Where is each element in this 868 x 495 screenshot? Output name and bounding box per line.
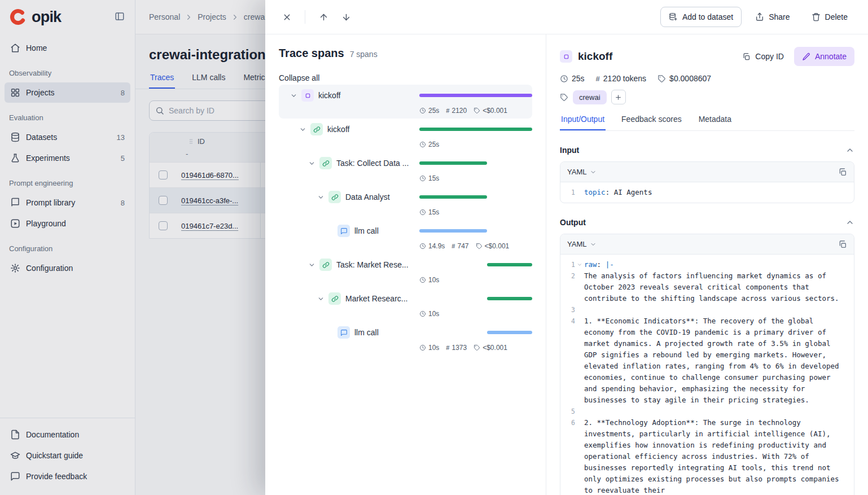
detail-tab-input-output[interactable]: Input/Output bbox=[560, 115, 606, 130]
chevron-down-icon[interactable] bbox=[316, 192, 325, 201]
previous-trace-button[interactable] bbox=[314, 8, 332, 26]
copy-id-button[interactable]: Copy ID bbox=[742, 52, 784, 61]
delete-label: Delete bbox=[825, 12, 848, 21]
line-number: 1 bbox=[567, 187, 575, 198]
span-duration: 10s bbox=[419, 276, 439, 284]
span-name: kickoff bbox=[327, 125, 415, 134]
span-stats: 10s bbox=[419, 305, 532, 318]
tag-icon bbox=[560, 93, 568, 102]
add-tag-button[interactable] bbox=[611, 90, 626, 104]
hash-icon: # bbox=[446, 344, 449, 351]
span-row-data-analyst[interactable]: Data Analyst 15s bbox=[279, 186, 532, 220]
span-stats: 25s #2120 <$0.001 bbox=[419, 102, 532, 115]
next-trace-button[interactable] bbox=[337, 8, 355, 26]
span-row-market-researc[interactable]: Market Researc... 10s bbox=[279, 288, 532, 322]
span-duration: 10s bbox=[419, 310, 439, 318]
span-row-llm-call[interactable]: llm call 14.9s #747 <$0.001 bbox=[279, 220, 532, 254]
tag-icon bbox=[474, 107, 480, 114]
span-name: llm call bbox=[354, 328, 415, 337]
input-section-header[interactable]: Input bbox=[560, 143, 854, 157]
fold-spacer bbox=[575, 304, 584, 316]
line-number: 4 bbox=[567, 316, 575, 406]
trace-icon bbox=[301, 89, 314, 102]
span-row-task-collect-data[interactable]: Task: Collect Data ... 15s bbox=[279, 152, 532, 186]
clock-icon bbox=[419, 141, 426, 148]
pencil-icon bbox=[802, 52, 810, 61]
format-label: YAML bbox=[567, 240, 586, 248]
fold-spacer bbox=[575, 187, 584, 198]
chevron-down-icon[interactable] bbox=[307, 159, 316, 168]
duration-bar bbox=[419, 161, 532, 165]
chevron-down-icon[interactable] bbox=[307, 260, 316, 269]
tree-indent-spacer bbox=[325, 328, 334, 337]
span-tokens: #747 bbox=[451, 242, 468, 250]
output-section-header[interactable]: Output bbox=[560, 216, 854, 229]
clock-icon bbox=[560, 75, 568, 83]
span-row-kickoff[interactable]: kickoff 25s bbox=[279, 119, 532, 152]
hash-icon: # bbox=[446, 107, 449, 114]
cost-stat: $0.0008607 bbox=[657, 74, 711, 83]
code-text: 1. **Economic Indicators**: The recovery… bbox=[584, 316, 847, 406]
tag-icon bbox=[476, 243, 483, 249]
chevron-up-icon bbox=[845, 146, 854, 155]
annotate-label: Annotate bbox=[815, 52, 847, 61]
modal-backdrop[interactable] bbox=[0, 0, 265, 495]
share-button[interactable]: Share bbox=[747, 7, 797, 27]
clock-icon bbox=[419, 310, 426, 317]
chevron-down-icon[interactable] bbox=[289, 91, 298, 100]
hash-icon: # bbox=[596, 75, 600, 83]
span-row-llm-call[interactable]: llm call 10s #1373 <$0.001 bbox=[279, 322, 532, 356]
span-stats: 15s bbox=[419, 170, 532, 182]
fold-chevron-icon[interactable] bbox=[575, 259, 584, 270]
span-meta: 25s # 2120 tokens $0.0008607 bbox=[560, 74, 854, 83]
detail-tab-metadata[interactable]: Metadata bbox=[698, 115, 733, 130]
chevron-down-icon[interactable] bbox=[298, 125, 307, 134]
span-row-task-market-rese[interactable]: Task: Market Rese... 10s bbox=[279, 254, 532, 288]
clock-icon bbox=[419, 243, 426, 249]
link-icon bbox=[310, 123, 323, 135]
input-section-title: Input bbox=[560, 146, 579, 155]
trace-detail-modal: Add to dataset Share Delete Trace spans … bbox=[265, 0, 868, 495]
add-to-dataset-button[interactable]: Add to dataset bbox=[660, 7, 742, 27]
span-name: Task: Collect Data ... bbox=[336, 159, 415, 168]
tag-icon bbox=[657, 75, 666, 83]
span-tokens: #1373 bbox=[446, 344, 467, 352]
duration-bar bbox=[419, 229, 532, 233]
code-text bbox=[584, 304, 847, 316]
close-button[interactable] bbox=[278, 8, 296, 26]
chevron-down-icon bbox=[590, 241, 597, 248]
share-label: Share bbox=[769, 12, 790, 21]
line-number: 1 bbox=[567, 259, 575, 270]
toolbar-actions: Add to dataset Share Delete bbox=[660, 7, 856, 27]
duration-bar bbox=[419, 195, 532, 199]
code-text: raw: |- bbox=[584, 259, 847, 270]
tag-chip[interactable]: crewai bbox=[573, 90, 607, 104]
span-stats: 14.9s #747 <$0.001 bbox=[419, 238, 532, 250]
link-icon bbox=[319, 259, 332, 271]
span-title: kickoff bbox=[578, 50, 737, 63]
copy-icon bbox=[742, 52, 751, 61]
duration-bar bbox=[419, 128, 532, 131]
arrow-down-icon bbox=[341, 12, 351, 22]
format-select[interactable]: YAML bbox=[567, 168, 597, 176]
span-name: llm call bbox=[354, 226, 415, 235]
chevron-down-icon[interactable] bbox=[316, 294, 325, 303]
modal-toolbar: Add to dataset Share Delete bbox=[265, 0, 868, 34]
copy-code-button[interactable] bbox=[838, 168, 847, 177]
code-text: The analysis of factors influencing mark… bbox=[584, 270, 847, 304]
line-number: 2 bbox=[567, 270, 575, 304]
delete-button[interactable]: Delete bbox=[804, 7, 856, 27]
collapse-all-button[interactable]: Collapse all bbox=[279, 73, 319, 82]
format-label: YAML bbox=[567, 168, 586, 176]
span-duration: 15s bbox=[419, 208, 439, 216]
detail-tab-feedback-scores[interactable]: Feedback scores bbox=[620, 115, 683, 130]
span-row-kickoff[interactable]: kickoff 25s #2120 <$0.001 bbox=[279, 85, 532, 119]
format-select[interactable]: YAML bbox=[567, 240, 597, 248]
span-tree: kickoff 25s #2120 <$0.001 kickoff 25s Ta… bbox=[279, 85, 532, 356]
code-text bbox=[584, 406, 847, 417]
annotate-button[interactable]: Annotate bbox=[794, 47, 854, 66]
span-duration: 15s bbox=[419, 174, 439, 182]
copy-code-button[interactable] bbox=[838, 240, 847, 249]
fold-spacer bbox=[575, 406, 584, 417]
database-plus-icon bbox=[669, 12, 678, 21]
